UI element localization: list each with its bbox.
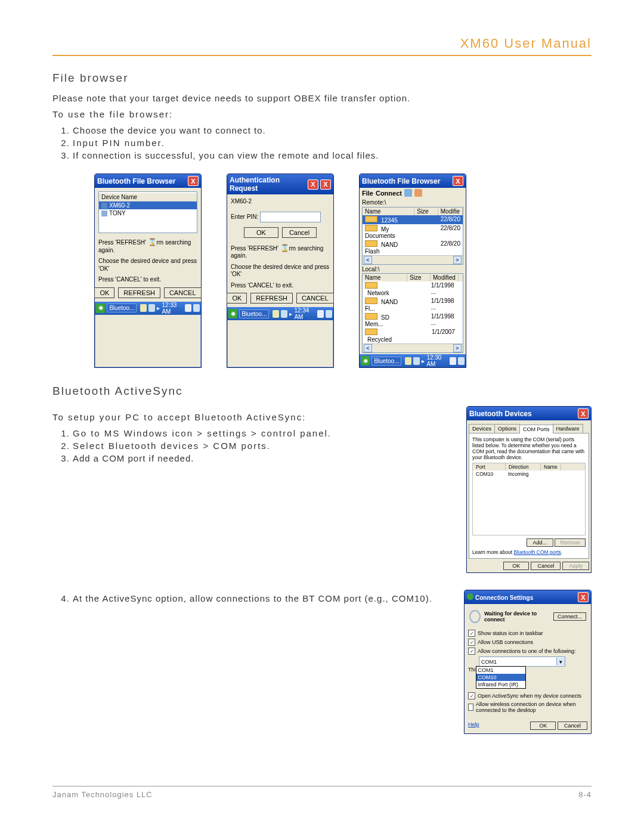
checkbox-icon[interactable]: ✓	[468, 648, 475, 655]
start-icon[interactable]: ✺	[228, 309, 237, 318]
device-listbox[interactable]: Device Name XM60-2 TONY	[98, 191, 197, 233]
toolbar-icon[interactable]	[414, 189, 422, 197]
close-icon[interactable]: X	[188, 176, 199, 186]
table-row[interactable]: SD Mem...1/1/1998 ...	[363, 312, 463, 328]
tray-icon[interactable]	[273, 310, 279, 318]
close-icon[interactable]: X	[320, 179, 331, 190]
close-icon[interactable]: X	[308, 179, 318, 190]
checkbox-icon[interactable]: ✓	[468, 639, 475, 646]
right-arrow-icon[interactable]: >	[453, 256, 462, 264]
tray-icon[interactable]	[458, 357, 465, 365]
cancel-button[interactable]: Cancel	[531, 562, 561, 570]
window-title: Authentication Request	[230, 176, 308, 193]
dropdown-option[interactable]: Infrared Port (IR)	[476, 681, 525, 688]
folder-icon	[365, 313, 377, 320]
tray-icon[interactable]	[405, 357, 411, 365]
tray-icon[interactable]	[281, 310, 287, 318]
ok-button[interactable]: OK	[94, 287, 114, 298]
ok-button[interactable]: OK	[227, 293, 247, 304]
checkbox-row[interactable]: ✓Allow connections to one of the followi…	[468, 648, 587, 655]
taskbar-button[interactable]: Bluetoo...	[371, 357, 401, 366]
menu-bar: File Connect	[360, 188, 466, 198]
activesync-steps: Go to MS Windows icon > settings > contr…	[52, 428, 450, 463]
table-row[interactable]: NAND Flash22/8/20	[363, 240, 463, 255]
checkbox-icon[interactable]: ✓	[468, 692, 475, 699]
tray-icon[interactable]	[140, 304, 147, 312]
tab-devices[interactable]: Devices	[469, 424, 495, 433]
pin-input[interactable]	[260, 212, 321, 222]
checkbox-icon[interactable]	[468, 704, 473, 711]
combo-dropdown[interactable]: COM1 COM10 Infrared Port (IR)	[476, 666, 526, 689]
tray-icon[interactable]	[185, 304, 191, 312]
table-row[interactable]: Network1/1/1998 ...	[363, 281, 463, 297]
list-item[interactable]: TONY	[99, 209, 197, 217]
connect-button[interactable]: Connect...	[553, 612, 586, 621]
ok-button[interactable]: OK	[244, 227, 278, 238]
section-heading-file-browser: File browser	[52, 72, 592, 85]
close-icon[interactable]: X	[453, 176, 463, 186]
remove-button[interactable]: Remove	[555, 538, 586, 547]
tray-icon[interactable]	[326, 310, 332, 318]
scrollbar[interactable]: <>	[363, 343, 463, 352]
close-icon[interactable]: X	[578, 408, 589, 419]
com-port-combo[interactable]: COM1▾	[479, 657, 565, 667]
dropdown-option[interactable]: COM10	[476, 674, 525, 681]
cancel-button[interactable]: CANCEL	[296, 293, 334, 304]
scrollbar[interactable]: <>	[363, 255, 463, 264]
apply-button[interactable]: Apply	[562, 562, 589, 570]
tray-icon[interactable]	[413, 357, 420, 365]
add-button[interactable]: Add...	[527, 538, 554, 547]
remote-file-table[interactable]: Name Size Modifie 1234522/8/20 My Docume…	[362, 207, 463, 265]
start-icon[interactable]: ✺	[361, 356, 370, 366]
checkbox-row[interactable]: ✓Open ActiveSync when my device connects	[468, 692, 587, 699]
cell: 1/1/1998 ...	[429, 313, 463, 327]
tray-icon[interactable]	[450, 357, 456, 365]
taskbar-button[interactable]: Bluetoo...	[107, 304, 137, 312]
checkbox-row[interactable]: Allow wireless connection on device when…	[468, 701, 587, 713]
tray-icon[interactable]	[193, 304, 200, 312]
learn-link[interactable]: Bluetooth COM ports	[513, 549, 561, 555]
chevron-down-icon[interactable]: ▾	[556, 658, 565, 665]
menu-file[interactable]: File	[362, 190, 373, 197]
tray-caret-icon: ▸	[422, 358, 425, 364]
left-arrow-icon[interactable]: <	[364, 256, 372, 264]
table-row[interactable]: My Documents22/8/20	[363, 224, 463, 240]
refresh-button[interactable]: REFRESH	[118, 287, 160, 298]
remote-label: Remote:\	[362, 199, 463, 207]
list-item[interactable]: XM60-2	[99, 202, 197, 209]
toolbar-icon[interactable]	[404, 189, 412, 197]
titlebar: Connection Settings X	[465, 590, 591, 604]
start-icon[interactable]: ✺	[96, 304, 105, 313]
tab-com-ports[interactable]: COM Ports	[519, 425, 553, 433]
close-icon[interactable]: X	[578, 592, 589, 602]
checkbox-row[interactable]: ✓Show status icon in taskbar	[468, 630, 587, 637]
tab-options[interactable]: Options	[494, 424, 520, 433]
local-file-table[interactable]: Name Size Modified Network1/1/1998 ... N…	[362, 273, 463, 353]
checkbox-icon[interactable]: ✓	[468, 630, 475, 637]
tray-icon[interactable]	[148, 304, 155, 312]
tab-body: This computer is using the COM (serial) …	[469, 433, 589, 559]
hint: Choose the desired device and press 'OK'	[98, 258, 197, 272]
refresh-button[interactable]: REFRESH	[250, 293, 293, 304]
right-arrow-icon[interactable]: >	[453, 344, 462, 352]
taskbar-button[interactable]: Bluetoo...	[239, 309, 269, 318]
menu-connect[interactable]: Connect	[376, 190, 402, 197]
status-line: Press 'REFRESH' rm searching again.	[98, 238, 197, 254]
table-row[interactable]: Recycled1/1/2007	[363, 328, 463, 343]
ok-button[interactable]: OK	[530, 721, 556, 730]
com-port-list[interactable]: Port Direction Name COM10 Incoming	[472, 463, 586, 535]
dropdown-option[interactable]: COM1	[476, 667, 525, 674]
checkbox-row[interactable]: ✓Allow USB connections	[468, 639, 587, 646]
list-item[interactable]: COM10 Incoming	[473, 470, 585, 478]
table-row[interactable]: 1234522/8/20	[363, 215, 463, 224]
table-row[interactable]: NAND Fl...1/1/1998 ...	[363, 297, 463, 312]
ok-button[interactable]: OK	[503, 562, 529, 570]
window-title: Bluetooth Devices	[469, 410, 532, 418]
cancel-button[interactable]: Cancel	[282, 227, 317, 238]
help-link[interactable]: Help	[468, 721, 479, 730]
cancel-button[interactable]: CANCEL	[164, 287, 202, 298]
tab-hardware[interactable]: Hardware	[553, 424, 583, 433]
left-arrow-icon[interactable]: <	[364, 344, 372, 352]
cancel-button[interactable]: Cancel	[558, 721, 587, 730]
tray-icon[interactable]	[317, 310, 324, 318]
